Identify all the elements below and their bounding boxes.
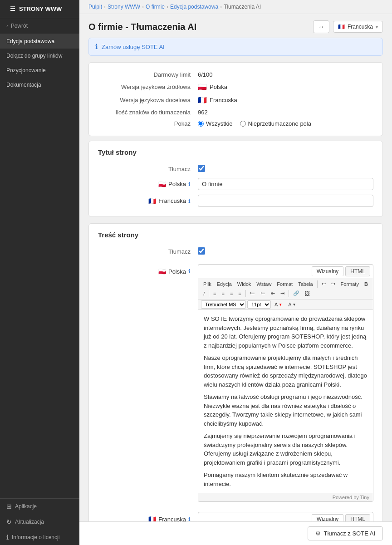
indent-less-button[interactable]: ⇤ [269, 289, 277, 298]
show-untranslated-option[interactable]: Nieprzetłumaczone pola [240, 120, 311, 127]
sidebar-back-button[interactable]: ‹ Powrót [0, 18, 79, 34]
translator-label: Tłumacz [98, 165, 198, 172]
formats-dropdown[interactable]: Formaty [338, 280, 361, 288]
polska-content-row: 🇵🇱 Polska ℹ Wizualny HTML Plik Edycja Wi… [98, 262, 373, 504]
sidebar-header: ☰ STRONY WWW [0, 0, 79, 18]
breadcrumb-o-firmie[interactable]: O firmie [146, 4, 165, 10]
show-untranslated-radio[interactable] [240, 121, 246, 127]
polska-tab-visual[interactable]: Wizualny [312, 266, 344, 276]
sidebar-item-pozycjonowanie[interactable]: Pozycjonowanie [0, 63, 79, 78]
francuzka-title-input[interactable] [198, 195, 373, 207]
toolbar-separator [209, 290, 209, 297]
toolbar-separator [317, 280, 318, 288]
info-icon: ℹ [6, 534, 9, 541]
content-paragraph-3: Stawiamy na łatwość obsługi programu i j… [204, 393, 368, 428]
breadcrumb-edycja[interactable]: Edycja podstawowa [170, 4, 218, 10]
bold-button[interactable]: B [362, 280, 370, 288]
toolbar-separator [289, 290, 289, 297]
chars-label: Ilość znaków do tłumaczenia [98, 109, 198, 116]
breadcrumb-sep: › [104, 4, 106, 10]
redo-button[interactable]: ↪ [329, 280, 338, 288]
france-flag-icon: 🇫🇷 [198, 96, 207, 104]
poland-flag-sm-icon: 🇵🇱 [158, 181, 166, 188]
align-justify-button[interactable]: ≡ [236, 290, 243, 298]
action-bar: ⚙ Tłumacz z SOTE AI [79, 521, 392, 545]
table-menu-button[interactable]: Tabela [296, 280, 315, 288]
content-translator-checkbox[interactable] [198, 247, 205, 255]
polska-info-icon[interactable]: ℹ [188, 181, 191, 187]
show-all-radio[interactable] [198, 121, 204, 127]
sidebar-item-edycja-podstawowa[interactable]: Edycja podstawowa [0, 34, 79, 49]
polska-toolbar-row2: Trebuchet MS 11pt A ▼ A ▼ [198, 300, 373, 310]
powered-by-label: Powered by Tiny [333, 495, 369, 500]
show-all-option[interactable]: Wszystkie [198, 120, 233, 127]
sidebar-item-dokumentacja[interactable]: Dokumentacja [0, 78, 79, 92]
format-menu-button[interactable]: Format [274, 280, 295, 288]
bg-color-button[interactable]: A ▼ [286, 300, 298, 309]
align-center-button[interactable]: ≡ [219, 290, 226, 298]
target-lang-value: 🇫🇷 Francuska [198, 96, 237, 104]
sidebar-item-informacje[interactable]: ℹ Informacje o licencji [0, 530, 79, 545]
polska-editor-tabs: Wizualny HTML [198, 265, 373, 278]
view-menu-button[interactable]: Widok [235, 280, 254, 288]
show-untranslated-label: Nieprzetłumaczone pola [248, 120, 311, 127]
polska-title-label: 🇵🇱 Polska ℹ [98, 181, 198, 188]
show-label: Pokaż [98, 120, 198, 127]
undo-button[interactable]: ↩ [319, 280, 328, 288]
francuzka-label-text: Francuska [158, 197, 186, 204]
sidebar-item-aktualizacja[interactable]: ↻ Aktualizacja [0, 514, 79, 530]
content-paragraph-4: Zajmujemy się nieprzerwanie rozwojem opr… [204, 432, 368, 467]
italic-button[interactable]: I [201, 290, 207, 298]
sidebar-bottom-label: Informacje o licencji [12, 534, 59, 540]
polska-tab-html[interactable]: HTML [345, 266, 370, 276]
french-flag-icon: 🇫🇷 [338, 24, 345, 30]
list-unordered-button[interactable]: ≔ [248, 289, 257, 298]
target-lang-row: Wersja językowa docelowa 🇫🇷 Francuska [98, 93, 373, 107]
polska-title-value [198, 178, 373, 190]
breadcrumb-current: Tłumaczenia AI [224, 4, 261, 10]
poland-content-flag-icon: 🇵🇱 [158, 268, 166, 275]
content-translator-row: Tłumacz [98, 245, 373, 258]
polska-editor-footer: Powered by Tiny [198, 493, 373, 501]
francuzka-info-icon[interactable]: ℹ [188, 198, 191, 204]
page-title-section: Tytuł strony Tłumacz 🇵🇱 Polska ℹ 🇫🇷 Fran… [88, 141, 383, 217]
breadcrumb-strony-www[interactable]: Strony WWW [108, 4, 140, 10]
edit-menu-button[interactable]: Edycja [215, 280, 234, 288]
image-button[interactable]: 🖼 [303, 290, 312, 298]
sote-ai-link[interactable]: Zamów usługę SOTE AI [102, 44, 165, 50]
translator-row: Tłumacz [98, 162, 373, 176]
polska-title-row: 🇵🇱 Polska ℹ [98, 176, 373, 192]
translator-checkbox[interactable] [198, 165, 205, 172]
content-paragraph-1: W SOTE tworzymy oprogramowanie do prowad… [204, 314, 368, 350]
polska-content-info-icon[interactable]: ℹ [188, 268, 191, 275]
file-menu-button[interactable]: Plik [201, 280, 214, 288]
target-lang-text: Francuska [210, 97, 237, 103]
free-limit-value: 6/100 [198, 71, 213, 78]
breadcrumb-sep: › [142, 4, 144, 10]
breadcrumb-pulpit[interactable]: Pulpit [88, 4, 102, 10]
sidebar-item-label: Dołącz do grupy linków [6, 53, 62, 59]
hamburger-icon[interactable]: ☰ [10, 5, 15, 12]
align-left-button[interactable]: ≡ [211, 290, 218, 298]
arrows-button[interactable]: ↔ [313, 20, 329, 33]
sidebar-title: STRONY WWW [19, 5, 62, 12]
font-color-button[interactable]: A ▼ [272, 300, 284, 309]
language-selector[interactable]: 🇫🇷 Francuska ▾ [333, 21, 383, 33]
polska-editor-container: Wizualny HTML Plik Edycja Widok Wstaw Fo… [198, 264, 373, 502]
indent-more-button[interactable]: ⇥ [278, 289, 287, 298]
align-right-button[interactable]: ≡ [228, 290, 235, 298]
font-size-select[interactable]: 11pt [247, 300, 271, 309]
polska-title-input[interactable] [198, 178, 373, 190]
sidebar-item-dolacz-do-grupy[interactable]: Dołącz do grupy linków [0, 49, 79, 63]
polska-editor-body[interactable]: W SOTE tworzymy oprogramowanie do prowad… [198, 310, 373, 493]
polska-editor: Wizualny HTML Plik Edycja Widok Wstaw Fo… [198, 264, 373, 502]
link-button[interactable]: 🔗 [291, 289, 302, 298]
polska-toolbar-row1: Plik Edycja Widok Wstaw Format Tabela ↩ … [198, 278, 373, 300]
sidebar-bottom-label: Aktualizacja [15, 519, 44, 525]
insert-menu-button[interactable]: Wstaw [254, 280, 274, 288]
breadcrumb: Pulpit › Strony WWW › O firmie › Edycja … [79, 0, 392, 14]
sidebar-item-aplikacje[interactable]: ⊞ Aplikacje [0, 499, 79, 514]
font-family-select[interactable]: Trebuchet MS [201, 300, 246, 309]
translate-button[interactable]: ⚙ Tłumacz z SOTE AI [308, 526, 383, 540]
list-ordered-button[interactable]: ≔ [258, 289, 268, 298]
